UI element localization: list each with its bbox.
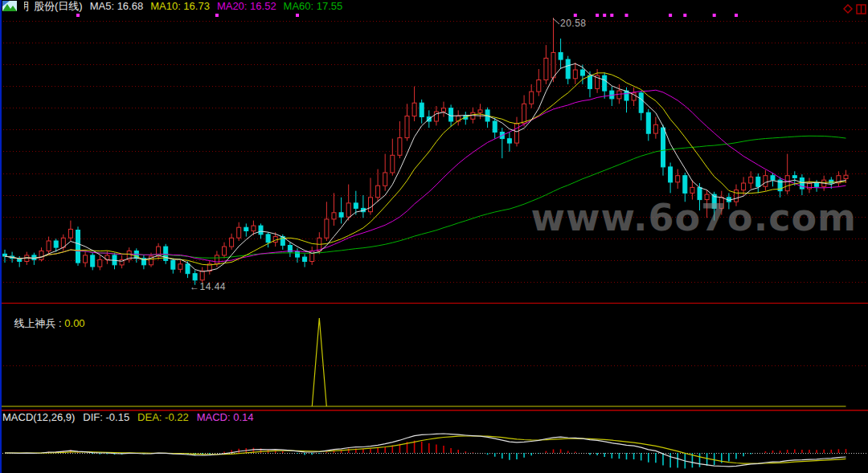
window-left-border [0,0,2,473]
indicator2-name: 线上神兵 [14,317,55,329]
high-price-annotation: 20.58 [560,18,587,29]
chart-thumbnail-icon [2,1,17,11]
info-bar: 明股份(日线) MA5: 16.68 MA10: 16.73 MA20: 16.… [2,0,342,12]
watermark: www.6o7o.com [530,196,857,239]
stock-title: 明股份(日线) [24,0,83,12]
ma5-label: MA5: 16.68 [90,0,144,12]
corner-icons [843,4,866,14]
macd-macd-value: MACD: 0.14 [197,411,254,423]
macd-dif-value: DIF: -0.15 [83,411,129,423]
ma60-label: MA60: 17.55 [284,0,343,12]
indicator2-label-row: 线上神兵 : 0.00 [2,304,85,343]
indicator2-value: 0.00 [64,317,84,329]
indicator2-colon: : [55,317,64,329]
macd-label-row: MACD(12,26,9) DIF: -0.15 DEA: -0.22 MACD… [2,411,254,423]
trading-app-window: 明股份(日线) MA5: 16.68 MA10: 16.73 MA20: 16.… [0,0,868,473]
low-price-annotation: ←14.44 [190,281,226,292]
macd-dea-value: DEA: -0.22 [137,411,189,423]
macd-title: MACD(12,26,9) [2,411,75,423]
ma20-label: MA20: 16.52 [217,0,276,12]
clipped-char: 明 [24,0,34,12]
split-window-icon[interactable] [856,4,866,14]
ma10-label: MA10: 16.73 [150,0,210,12]
diamond-icon[interactable] [843,4,854,14]
